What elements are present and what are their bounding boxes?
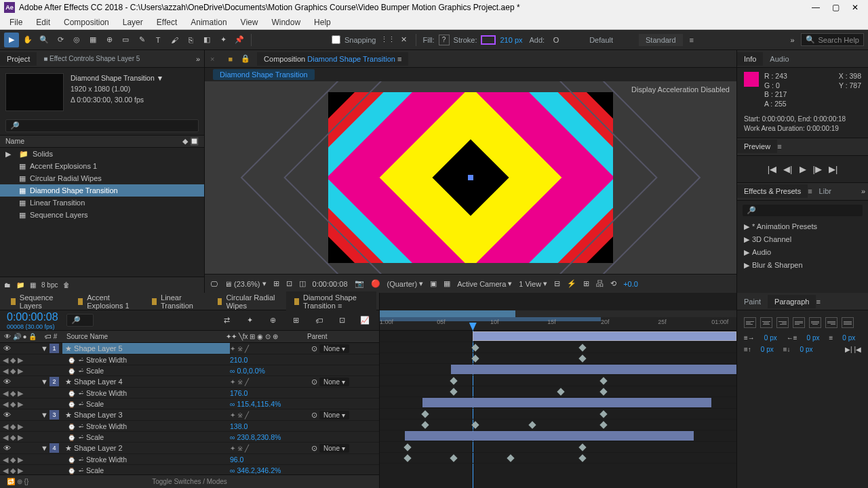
project-item[interactable]: ▦Accent Explosions 1 xyxy=(0,160,204,172)
tab-effects-presets[interactable]: Effects & Presets xyxy=(737,184,808,198)
layout-menu-icon[interactable]: ≡ xyxy=(684,33,699,47)
project-item[interactable]: ▦Diamond Shape Transition xyxy=(0,184,204,197)
reset-exposure-icon[interactable]: ⟲ xyxy=(610,279,616,288)
timeline-tab[interactable]: Linear Transition xyxy=(144,291,206,312)
minimize-button[interactable]: — xyxy=(812,3,820,12)
tab-paragraph[interactable]: Paragraph xyxy=(768,295,816,308)
tl-opt1-icon[interactable]: ⇄ xyxy=(219,313,234,328)
tab-info[interactable]: Info xyxy=(737,52,763,66)
pan-behind-tool[interactable]: ⊕ xyxy=(102,33,117,47)
property-row[interactable]: ◀ ◆ ▶ ⩫ Scale 115.4,115.4% xyxy=(0,399,379,409)
mask-icon[interactable]: ◫ xyxy=(299,279,306,288)
zoom-tool[interactable]: 🔍 xyxy=(37,33,52,47)
new-comp-icon[interactable]: ▦ xyxy=(30,281,36,289)
puppet-tool[interactable]: 📌 xyxy=(232,33,247,47)
composition-viewer[interactable]: Display Acceleration Disabled xyxy=(205,81,736,274)
tl-opt5-icon[interactable]: 🏷 xyxy=(311,313,326,328)
tab-audio[interactable]: Audio xyxy=(763,52,795,66)
workspace-dd[interactable]: Default xyxy=(587,36,616,44)
justify-all-icon[interactable] xyxy=(842,317,854,328)
tl-opt4-icon[interactable]: ⊞ xyxy=(288,313,303,328)
snap-opt-icon[interactable]: ⋮⋮ xyxy=(380,33,395,47)
col-name[interactable]: Name xyxy=(5,137,24,146)
tl-opt6-icon[interactable]: ⊡ xyxy=(334,313,349,328)
tab-preview[interactable]: Preview xyxy=(737,140,777,153)
channel-icon[interactable]: 🔴 xyxy=(371,279,380,288)
eraser-tool[interactable]: ◧ xyxy=(199,33,214,47)
lock-icon[interactable]: 🔒 xyxy=(241,54,250,63)
first-frame-button[interactable]: |◀ xyxy=(768,164,776,174)
brush-tool[interactable]: 🖌 xyxy=(167,33,182,47)
effect-category[interactable]: ▶* Animation Presets xyxy=(737,220,868,233)
property-row[interactable]: ◀ ◆ ▶ ⩫ Scale 346.2,346.2% xyxy=(0,465,379,474)
camera-dd[interactable]: Active Camera ▾ xyxy=(457,279,512,288)
current-time[interactable]: 0:00:00:08 xyxy=(313,280,348,288)
new-folder-icon[interactable]: 📁 xyxy=(16,281,24,289)
tl-opt3-icon[interactable]: ⊕ xyxy=(265,313,280,328)
layer-row[interactable]: 👁 ▼ 4 ★ Shape Layer 2 ✦ ※ ╱ ⊙ None ▾ xyxy=(0,443,379,454)
transparency-icon[interactable]: ▦ xyxy=(443,279,450,288)
timeline-tab[interactable]: Diamond Shape Transition ≡ xyxy=(286,291,376,312)
guides-icon[interactable]: ⊡ xyxy=(286,279,292,288)
timeline-search[interactable]: 🔎 xyxy=(66,314,94,327)
add-button[interactable]: O xyxy=(549,33,564,47)
toggle-switches[interactable]: Toggle Switches / Modes xyxy=(152,478,227,485)
overflow-icon[interactable]: » xyxy=(785,33,800,47)
stroke-width[interactable]: 210 px xyxy=(497,36,525,44)
play-button[interactable]: ▶ xyxy=(800,164,806,174)
effect-category[interactable]: ▶Audio xyxy=(737,246,868,259)
fill-swatch[interactable] xyxy=(439,35,450,45)
zoom-dd[interactable]: 🖥 (23.6%) ▾ xyxy=(224,279,267,288)
layer-row[interactable]: 👁 ▼ 2 ★ Shape Layer 4 ✦ ※ ╱ ⊙ None ▾ xyxy=(0,376,379,388)
exposure[interactable]: +0.0 xyxy=(623,280,638,288)
prev-frame-button[interactable]: ◀| xyxy=(783,164,792,174)
justify-last-right-icon[interactable] xyxy=(825,317,837,328)
next-frame-button[interactable]: |▶ xyxy=(813,164,822,174)
snapshot-icon[interactable]: 📷 xyxy=(355,279,364,288)
quality-dd[interactable]: (Quarter) ▾ xyxy=(387,279,424,288)
snapping-checkbox[interactable] xyxy=(332,35,340,44)
project-search[interactable]: 🔎 xyxy=(5,119,199,132)
menu-window[interactable]: Window xyxy=(264,16,307,28)
type-tool[interactable]: T xyxy=(151,33,165,47)
tab-composition[interactable]: Composition Diamond Shape Transition ≡ xyxy=(257,52,408,66)
property-row[interactable]: ◀ ◆ ▶ ⩫ Stroke Width 138.0 xyxy=(0,421,379,432)
effects-search[interactable]: 🔎 xyxy=(743,205,863,216)
menu-edit[interactable]: Edit xyxy=(29,16,57,28)
pen-tool[interactable]: ✎ xyxy=(134,33,149,47)
bpc-label[interactable]: 8 bpc xyxy=(41,281,58,289)
effect-category[interactable]: ▶Blur & Sharpen xyxy=(737,259,868,272)
menu-help[interactable]: Help xyxy=(307,16,338,28)
roto-tool[interactable]: ✦ xyxy=(216,33,231,47)
timeline-icon[interactable]: ⊞ xyxy=(583,279,589,288)
property-row[interactable]: ◀ ◆ ▶ ⩫ Scale 230.8,230.8% xyxy=(0,432,379,443)
panel-grip-icon[interactable]: × xyxy=(210,55,214,63)
align-center-icon[interactable] xyxy=(760,317,772,328)
layer-row[interactable]: 👁 ▼ 1 ★ Shape Layer 5 ✦ ※ ╱ ⊙ None ▾ xyxy=(0,343,379,354)
zoom-slider[interactable] xyxy=(380,310,736,317)
panel-overflow-icon[interactable]: » xyxy=(192,55,204,63)
property-row[interactable]: ◀ ◆ ▶ ⩫ Scale 0.0,0.0% xyxy=(0,365,379,376)
rotate-tool[interactable]: ◎ xyxy=(69,33,84,47)
region-icon[interactable]: ▣ xyxy=(430,279,437,288)
magnify-icon[interactable]: 🖵 xyxy=(210,280,218,288)
menu-file[interactable]: File xyxy=(3,16,29,28)
align-right-icon[interactable] xyxy=(776,317,789,328)
timeline-tab[interactable]: Accent Explosions 1 xyxy=(70,291,141,312)
time-ruler[interactable]: 1:00f05f10f15f20f25f01:00f xyxy=(380,317,736,331)
project-item[interactable]: ▦Sequence Layers xyxy=(0,209,204,221)
menu-effect[interactable]: Effect xyxy=(150,16,184,28)
interpret-icon[interactable]: 🖿 xyxy=(4,281,11,289)
breadcrumb[interactable]: Diamond Shape Transition xyxy=(213,69,315,80)
project-item[interactable]: ▶📁Solids xyxy=(0,148,204,160)
align-left-icon[interactable] xyxy=(744,317,756,328)
justify-last-center-icon[interactable] xyxy=(809,317,821,328)
search-help[interactable]: 🔍 Search Help xyxy=(801,33,864,46)
timeline-tab[interactable]: Circular Radial Wipes xyxy=(210,291,284,312)
comp-name[interactable]: Diamond Shape Transition ▼ xyxy=(71,73,163,84)
clone-tool[interactable]: ⎘ xyxy=(183,33,198,47)
menu-view[interactable]: View xyxy=(234,16,265,28)
tl-graph-icon[interactable]: 📈 xyxy=(357,313,372,328)
resolution-icon[interactable]: ⊞ xyxy=(273,279,279,288)
snap-opt2-icon[interactable]: ✕ xyxy=(397,33,412,47)
